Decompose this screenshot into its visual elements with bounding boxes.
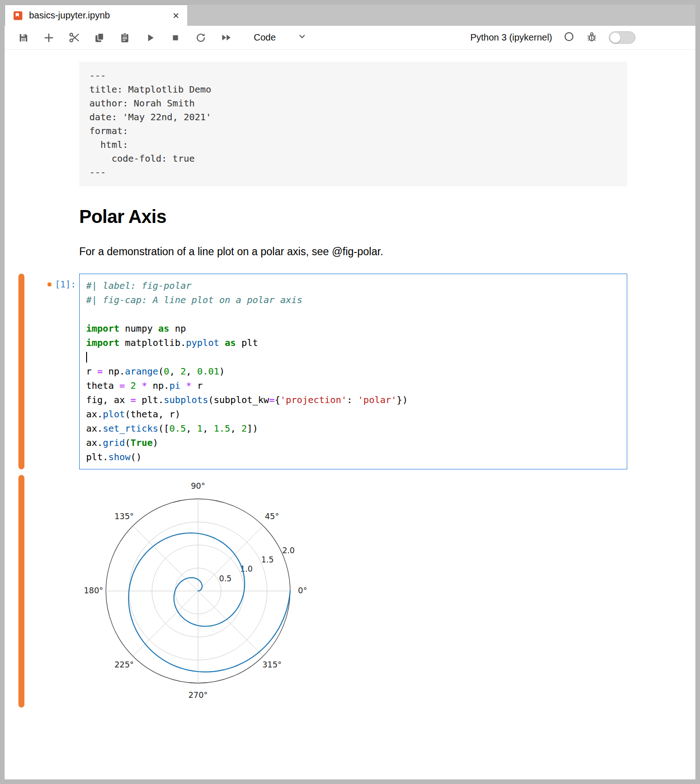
kernel-name[interactable]: Python 3 (ipykernel) xyxy=(470,32,552,43)
notebook-panel: ---title: Matplotlib Demoauthor: Norah S… xyxy=(5,50,695,726)
svg-text:45°: 45° xyxy=(265,512,279,521)
stop-icon xyxy=(170,32,181,43)
output-collapser[interactable] xyxy=(18,475,24,708)
toggle-knob xyxy=(610,33,620,43)
code-editor[interactable]: #| label: fig-polar#| fig-cap: A line pl… xyxy=(79,274,627,469)
run-icon xyxy=(144,32,156,44)
run-all-cells-button[interactable] xyxy=(216,29,236,47)
polar-plot-svg: 0°45°90°135°180°225°270°315°0.51.01.52.0 xyxy=(83,475,313,708)
cell-collapser xyxy=(18,62,24,186)
run-all-icon xyxy=(220,31,233,44)
svg-text:1.5: 1.5 xyxy=(261,555,274,564)
markdown-cell-yaml: ---title: Matplotlib Demoauthor: Norah S… xyxy=(5,62,695,186)
execution-count: [1]: xyxy=(55,279,76,289)
notebook-toolbar: Code Python 3 (ipykernel) xyxy=(5,26,695,50)
svg-text:225°: 225° xyxy=(114,660,134,669)
tab-bar: basics-jupyter.ipynb × xyxy=(5,5,695,26)
svg-text:90°: 90° xyxy=(191,481,205,491)
restart-kernel-icon xyxy=(195,32,207,44)
copy-icon xyxy=(93,32,105,44)
cell-type-value: Code xyxy=(254,32,276,43)
notebook-tab[interactable]: basics-jupyter.ipynb × xyxy=(5,5,188,26)
run-cell-button[interactable] xyxy=(140,29,160,47)
notebook-icon xyxy=(12,10,23,21)
svg-text:2.0: 2.0 xyxy=(282,546,295,555)
copy-cell-button[interactable] xyxy=(90,29,109,47)
svg-text:135°: 135° xyxy=(114,512,134,521)
debugger-button[interactable] xyxy=(586,30,598,45)
paste-icon xyxy=(119,32,131,44)
execution-prompt: [1]: xyxy=(24,274,79,469)
toolbar-right: Python 3 (ipykernel) xyxy=(470,30,695,45)
chevron-down-icon xyxy=(297,31,307,44)
modified-dot-icon xyxy=(47,282,52,287)
kernel-status-icon xyxy=(563,31,575,45)
page-title: Polar Axis xyxy=(79,206,627,227)
markdown-cell-heading: Polar Axis For a demonstration of a line… xyxy=(5,186,695,258)
save-icon xyxy=(18,32,29,44)
cell-collapser xyxy=(18,186,24,258)
plus-icon xyxy=(43,32,55,44)
restart-kernel-button[interactable] xyxy=(191,29,210,47)
jupyterlab-window: basics-jupyter.ipynb × xyxy=(5,5,695,779)
cut-cell-button[interactable] xyxy=(64,29,84,47)
paste-cell-button[interactable] xyxy=(115,29,134,47)
svg-text:180°: 180° xyxy=(84,586,103,595)
svg-text:0.5: 0.5 xyxy=(219,574,232,583)
cell-type-dropdown[interactable]: Code xyxy=(254,31,307,44)
polar-plot-figure: 0°45°90°135°180°225°270°315°0.51.01.52.0 xyxy=(83,475,627,708)
cell-prompt-empty xyxy=(24,186,79,258)
tab-close-icon[interactable]: × xyxy=(172,10,180,21)
add-cell-button[interactable] xyxy=(39,29,58,47)
scissors-icon xyxy=(68,31,81,44)
interrupt-kernel-button[interactable] xyxy=(166,29,185,47)
svg-text:315°: 315° xyxy=(262,660,281,669)
markdown-paragraph: For a demonstration of a line plot on a … xyxy=(79,246,627,258)
yaml-frontmatter-block[interactable]: ---title: Matplotlib Demoauthor: Norah S… xyxy=(79,62,627,186)
save-button[interactable] xyxy=(14,29,33,47)
svg-text:270°: 270° xyxy=(188,690,208,700)
toggle-switch[interactable] xyxy=(609,31,636,44)
svg-text:0°: 0° xyxy=(298,586,307,595)
code-cell: [1]: #| label: fig-polar#| fig-cap: A li… xyxy=(5,274,695,469)
output-prompt-empty xyxy=(24,475,79,708)
cell-prompt-empty xyxy=(24,62,79,186)
output-area: 0°45°90°135°180°225°270°315°0.51.01.52.0 xyxy=(5,475,695,708)
tab-title: basics-jupyter.ipynb xyxy=(29,10,172,21)
input-collapser[interactable] xyxy=(18,274,24,469)
